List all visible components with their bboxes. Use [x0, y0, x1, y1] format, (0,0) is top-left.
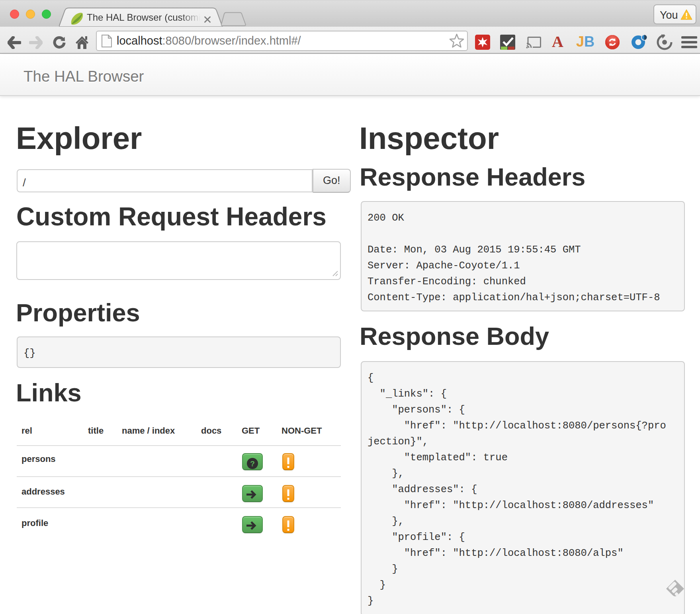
svg-text:?: ?: [250, 460, 255, 468]
